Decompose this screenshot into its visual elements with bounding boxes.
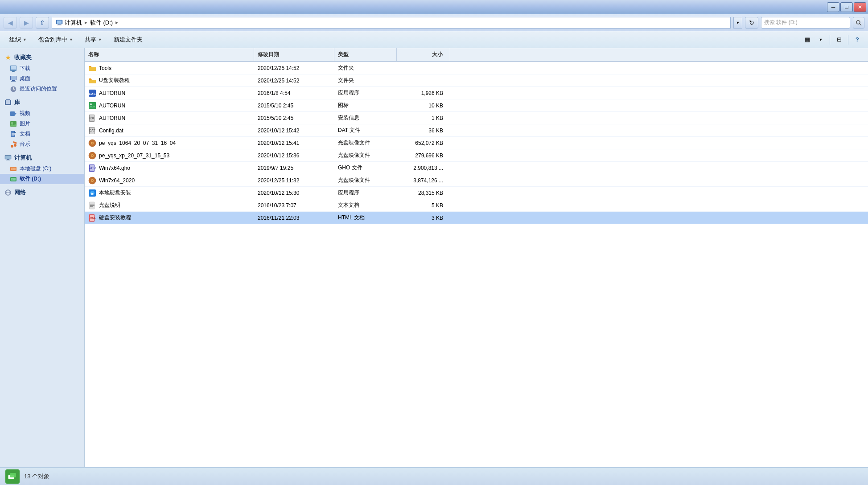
sidebar-section-header-favorites[interactable]: ★ 收藏夹 (0, 52, 84, 63)
include-in-library-button[interactable]: 包含到库中 ▼ (33, 33, 78, 46)
column-header-name[interactable]: 名称 (85, 48, 254, 61)
table-row[interactable]: Win7x64_2020 2020/12/25 11:32 光盘映像文件 3,8… (85, 174, 868, 187)
svg-rect-44 (89, 102, 96, 109)
organize-dropdown-arrow: ▼ (23, 37, 27, 42)
file-type-cell: 文本文档 (334, 200, 397, 211)
view-mode-button[interactable]: ▦ (801, 34, 814, 45)
svg-point-54 (92, 142, 93, 144)
drive-c-icon (10, 165, 17, 173)
maximize-button[interactable]: □ (840, 2, 853, 12)
share-button[interactable]: 共享 ▼ (80, 33, 107, 46)
file-date-cell: 2020/12/25 14:52 (254, 63, 334, 73)
svg-text:GHO: GHO (89, 166, 96, 169)
sidebar-section-header-library[interactable]: 库 (0, 97, 84, 108)
refresh-button[interactable]: ↻ (745, 17, 758, 29)
sidebar-item-video[interactable]: 视频 (0, 108, 84, 119)
file-name: pe_yqs_1064_20_07_31_16_04 (99, 140, 176, 146)
organize-button[interactable]: 组织 ▼ (4, 33, 32, 46)
column-header-type[interactable]: 类型 (334, 48, 397, 61)
sidebar-item-drive-d[interactable]: 软件 (D:) (0, 174, 84, 184)
sidebar-item-download[interactable]: 下载 (0, 63, 84, 74)
file-name-cell: EXE AUTORUN (85, 87, 254, 99)
back-button[interactable]: ◀ (4, 17, 17, 29)
table-row[interactable]: HTML 硬盘安装教程 2016/11/21 22:03 HTML 文档 3 K… (85, 212, 868, 224)
file-date-cell: 2020/10/12 15:30 (254, 188, 334, 198)
file-size-cell: 279,696 KB (397, 151, 450, 160)
search-button[interactable] (853, 17, 864, 29)
table-row[interactable]: U盘安装教程 2020/12/25 14:52 文件夹 (85, 74, 868, 87)
up-button[interactable]: ⇧ (36, 17, 49, 29)
file-date-cell: 2020/12/25 11:32 (254, 176, 334, 185)
address-path[interactable]: 计算机 ► 软件 (D:) ► (52, 17, 731, 29)
forward-button[interactable]: ▶ (20, 17, 33, 29)
table-row[interactable]: INF AUTORUN 2015/5/10 2:45 安装信息 1 KB (85, 112, 868, 124)
sidebar-section-header-computer[interactable]: 计算机 (0, 152, 84, 164)
file-size-cell: 5 KB (397, 201, 450, 210)
file-icon: DAT (88, 127, 96, 135)
file-name-cell: 光盘说明 (85, 200, 254, 211)
file-list[interactable]: 名称 修改日期 类型 大小 Tools 2020/12/25 14:52 文件夹… (85, 48, 868, 467)
file-name: 硬盘安装教程 (99, 214, 131, 222)
close-button[interactable]: ✕ (854, 2, 866, 12)
sidebar: ★ 收藏夹 下载 桌面 最近访问的位置 (0, 48, 85, 467)
file-name-cell: DAT Config.dat (85, 125, 254, 136)
svg-rect-7 (11, 66, 16, 70)
file-icon (88, 152, 96, 160)
svg-point-28 (14, 144, 16, 147)
file-date-cell: 2015/5/10 2:45 (254, 101, 334, 111)
title-bar: ─ □ ✕ (0, 0, 868, 14)
status-count: 13 个对象 (24, 473, 49, 481)
music-icon (10, 141, 17, 148)
view-dropdown-button[interactable]: ▼ (815, 34, 827, 45)
svg-rect-32 (6, 160, 10, 160)
svg-rect-68 (90, 204, 95, 205)
table-row[interactable]: Tools 2020/12/25 14:52 文件夹 (85, 62, 868, 74)
column-header-date[interactable]: 修改日期 (254, 48, 334, 61)
file-name-cell: ▶ 本地硬盘安装 (85, 187, 254, 199)
file-size-cell: 2,900,813 ... (397, 163, 450, 173)
table-row[interactable]: 光盘说明 2016/10/23 7:07 文本文档 5 KB (85, 199, 868, 212)
path-dropdown-button[interactable]: ▼ (733, 17, 742, 29)
file-size-cell (397, 79, 450, 82)
svg-point-35 (12, 169, 12, 169)
file-icon: EXE (88, 89, 96, 97)
table-row[interactable]: DAT Config.dat 2020/10/12 15:42 DAT 文件 3… (85, 124, 868, 137)
table-row[interactable]: pe_yqs_xp_20_07_31_15_53 2020/10/12 15:3… (85, 149, 868, 162)
table-row[interactable]: AUTORUN 2015/5/10 2:45 图标 10 KB (85, 99, 868, 112)
table-row[interactable]: pe_yqs_1064_20_07_31_16_04 2020/10/12 15… (85, 137, 868, 149)
file-name-cell: INF AUTORUN (85, 112, 254, 124)
file-name: AUTORUN (99, 103, 125, 109)
file-icon (88, 177, 96, 185)
preview-pane-button[interactable]: ⊟ (833, 34, 845, 45)
file-size-cell: 1,926 KB (397, 88, 450, 98)
file-icon (88, 201, 96, 210)
sidebar-item-music[interactable]: 音乐 (0, 139, 84, 149)
file-name: Config.dat (99, 127, 123, 134)
view-controls: ▦ ▼ ⊟ ? (801, 34, 864, 45)
svg-rect-70 (90, 206, 93, 207)
new-folder-button[interactable]: 新建文件夹 (109, 33, 148, 46)
help-button[interactable]: ? (851, 34, 864, 45)
file-name-cell: U盘安装教程 (85, 75, 254, 86)
share-dropdown-arrow: ▼ (98, 37, 102, 42)
computer-sidebar-icon (4, 154, 12, 161)
column-header-size[interactable]: 大小 (397, 48, 450, 61)
file-icon: HTML (88, 214, 96, 222)
table-row[interactable]: GHO Win7x64.gho 2019/9/7 19:25 GHO 文件 2,… (85, 162, 868, 174)
file-size-cell: 10 KB (397, 101, 450, 111)
svg-rect-3 (57, 25, 62, 25)
table-row[interactable]: EXE AUTORUN 2016/1/8 4:54 应用程序 1,926 KB (85, 87, 868, 99)
sidebar-item-drive-c[interactable]: 本地磁盘 (C:) (0, 164, 84, 174)
sidebar-item-desktop[interactable]: 桌面 (0, 74, 84, 84)
sidebar-item-doc[interactable]: 文档 (0, 129, 84, 139)
sidebar-item-picture[interactable]: 图片 (0, 119, 84, 129)
sidebar-section-header-network[interactable]: 网络 (0, 187, 84, 198)
file-name: Win7x64.gho (99, 165, 130, 171)
table-row[interactable]: ▶ 本地硬盘安装 2020/10/12 15:30 应用程序 28,315 KB (85, 187, 868, 199)
minimize-button[interactable]: ─ (827, 2, 839, 12)
file-size-cell: 3 KB (397, 213, 450, 223)
picture-icon (10, 120, 17, 127)
file-name: pe_yqs_xp_20_07_31_15_53 (99, 152, 169, 159)
svg-rect-24 (12, 133, 15, 134)
sidebar-item-recent[interactable]: 最近访问的位置 (0, 84, 84, 94)
